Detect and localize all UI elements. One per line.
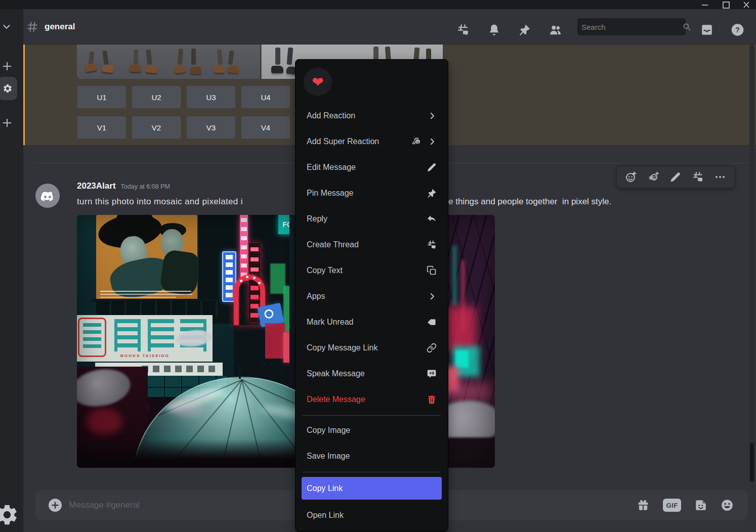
menu-item-apps[interactable]: Apps xyxy=(302,286,442,306)
pencil-icon xyxy=(427,162,437,172)
mention-indicator-bar xyxy=(23,45,25,145)
svg-text:?: ? xyxy=(735,26,740,34)
sticker-icon[interactable] xyxy=(694,499,707,512)
menu-item-copy-link[interactable]: Copy Link xyxy=(302,477,442,500)
edit-message-icon[interactable] xyxy=(668,170,682,184)
menu-item-create-thread[interactable]: Create Thread xyxy=(302,235,442,255)
chevron-right-icon xyxy=(428,137,437,146)
upscale-button-u4[interactable]: U4 xyxy=(241,86,290,108)
channel-name: general xyxy=(45,22,75,32)
menu-item-edit-message[interactable]: Edit Message xyxy=(302,157,442,178)
neon-vertical-sign xyxy=(249,243,260,322)
add-server-plus-icon[interactable] xyxy=(2,61,13,72)
pinned-messages-icon[interactable] xyxy=(518,24,531,36)
vertical-building-sign xyxy=(222,251,236,302)
server-settings-button[interactable] xyxy=(0,77,17,100)
explore-plus-icon[interactable] xyxy=(2,117,13,128)
menu-divider xyxy=(303,472,441,472)
window-minimize-button[interactable] xyxy=(697,0,712,9)
variation-button-v2[interactable]: V2 xyxy=(132,116,181,139)
create-thread-icon[interactable] xyxy=(691,170,705,184)
trash-icon xyxy=(427,394,437,405)
window-maximize-button[interactable] xyxy=(719,0,734,9)
avatar[interactable] xyxy=(35,184,60,208)
notifications-bell-icon[interactable] xyxy=(488,24,500,36)
super-reaction-icon xyxy=(411,136,423,147)
link-icon xyxy=(427,343,437,353)
discord-logo-icon xyxy=(40,188,55,203)
message-timestamp: Today at 6:08 PM xyxy=(121,183,170,190)
menu-item-pin-message[interactable]: Pin Message xyxy=(302,183,442,203)
heart-icon: ❤ xyxy=(312,74,323,91)
thread-icon xyxy=(427,240,437,250)
scrollbar-track[interactable] xyxy=(749,45,754,483)
menu-item-reply[interactable]: Reply xyxy=(302,209,442,229)
channel-header: general ? xyxy=(23,9,756,45)
menu-divider xyxy=(303,415,441,416)
message-actions-toolbar xyxy=(616,166,735,188)
copy-icon xyxy=(427,265,437,276)
storefront-text: TAISEIDO xyxy=(100,366,125,371)
message-text-right: e things and people together in pixel st… xyxy=(448,197,611,207)
more-actions-icon[interactable] xyxy=(713,170,727,184)
upscale-button-u2[interactable]: U2 xyxy=(132,86,181,108)
menu-item-add-super-reaction[interactable]: Add Super Reaction xyxy=(302,131,442,152)
user-settings-gear-icon[interactable] xyxy=(0,503,19,527)
search-input[interactable] xyxy=(581,23,682,31)
menu-item-open-link[interactable]: Open Link xyxy=(302,505,442,525)
window-titlebar xyxy=(0,0,756,9)
gif-picker-icon[interactable]: GIF xyxy=(663,499,681,512)
storefront-small-text: BOOKS TAISEIDO xyxy=(120,353,201,360)
server-sidebar xyxy=(0,9,23,532)
help-icon[interactable]: ? xyxy=(731,23,744,37)
scrollbar-thumb[interactable] xyxy=(750,443,754,481)
chevron-down-icon[interactable] xyxy=(1,21,12,32)
corner-neon-sign: FO xyxy=(278,215,297,234)
threads-icon[interactable] xyxy=(456,23,470,36)
chevron-right-icon xyxy=(428,292,437,301)
attach-plus-icon[interactable] xyxy=(49,499,62,512)
quick-reaction-heart[interactable]: ❤ xyxy=(304,68,332,96)
variation-button-v4[interactable]: V4 xyxy=(241,116,290,139)
member-list-icon[interactable] xyxy=(549,23,562,36)
bookstore-sign: BOOKS TAISEIDO xyxy=(77,315,213,362)
menu-item-copy-text[interactable]: Copy Text xyxy=(302,260,442,281)
gear-icon xyxy=(3,83,13,94)
billboard-poster xyxy=(96,215,197,302)
inbox-icon[interactable] xyxy=(700,23,713,36)
variation-button-v1[interactable]: V1 xyxy=(77,116,126,139)
menu-item-mark-unread[interactable]: Mark Unread xyxy=(302,312,442,332)
search-box xyxy=(577,18,686,35)
search-icon xyxy=(682,22,691,31)
message-author[interactable]: 2023AlartToday at 6:08 PM xyxy=(77,181,170,191)
gift-icon[interactable] xyxy=(637,499,650,512)
emoji-picker-icon[interactable] xyxy=(721,499,734,512)
add-super-reaction-icon[interactable] xyxy=(646,170,660,184)
variation-button-v3[interactable]: V3 xyxy=(187,116,235,139)
upscale-button-u3[interactable]: U3 xyxy=(187,86,235,108)
chevron-right-icon xyxy=(428,111,437,120)
speak-message-icon xyxy=(427,369,437,379)
pin-icon xyxy=(427,188,437,198)
mark-unread-icon xyxy=(427,317,437,327)
menu-item-copy-image[interactable]: Copy Image xyxy=(302,420,442,440)
upscale-button-u1[interactable]: U1 xyxy=(77,86,126,108)
context-menu: ❤ Add Reaction Add Super Reaction Edit M… xyxy=(295,59,448,532)
channel-hash-icon xyxy=(26,21,38,33)
reply-arrow-icon xyxy=(427,214,437,224)
menu-item-save-image[interactable]: Save Image xyxy=(302,446,442,466)
menu-item-speak-message[interactable]: Speak Message xyxy=(302,364,442,384)
add-reaction-icon[interactable] xyxy=(624,170,638,184)
menu-item-copy-message-link[interactable]: Copy Message Link xyxy=(302,338,442,358)
storefront-band: TAISEIDO xyxy=(95,363,223,376)
window-close-button[interactable] xyxy=(739,0,754,9)
message-text-left: turn this photo into mosaic and pixelate… xyxy=(77,197,243,207)
menu-item-delete-message[interactable]: Delete Message xyxy=(302,389,442,410)
menu-item-add-reaction[interactable]: Add Reaction xyxy=(302,106,442,126)
